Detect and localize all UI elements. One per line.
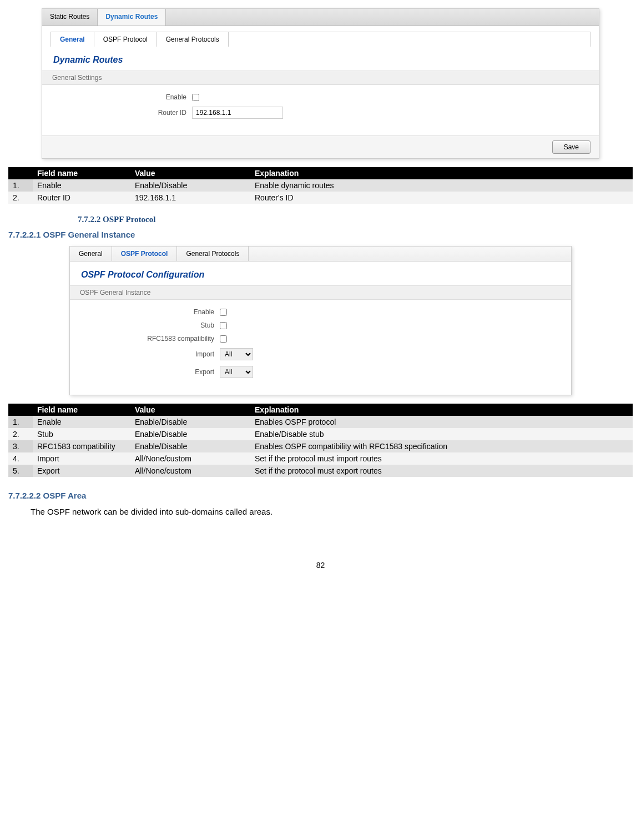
table-row: 2. Stub Enable/Disable Enable/Disable st… (8, 428, 633, 440)
col-num (8, 404, 33, 416)
dynamic-routes-panel: Static Routes Dynamic Routes General OSP… (42, 8, 599, 159)
top-tabs: Static Routes Dynamic Routes (42, 9, 599, 26)
rfc-checkbox[interactable] (220, 335, 227, 343)
enable-checkbox[interactable] (192, 94, 199, 101)
table-row: 4. Import All/None/custom Set if the pro… (8, 452, 633, 465)
subtab2-general[interactable]: General (70, 247, 112, 261)
ospf-enable-label: Enable (81, 308, 220, 316)
heading-ospf-protocol: 7.7.2.2 OSPF Protocol (78, 215, 633, 224)
ospf-config-panel: General OSPF Protocol General Protocols … (69, 246, 572, 395)
sub-tabs-2: General OSPF Protocol General Protocols (70, 247, 571, 261)
table-row: 1. Enable Enable/Disable Enables OSPF pr… (8, 416, 633, 428)
import-label: Import (81, 350, 220, 358)
field-table-1: Field name Value Explanation 1. Enable E… (8, 167, 633, 204)
tab-static-routes[interactable]: Static Routes (42, 9, 98, 26)
import-select[interactable]: All (220, 348, 253, 360)
ospf-area-text: The OSPF network can be divided into sub… (31, 507, 633, 516)
subtab-general-protocols[interactable]: General Protocols (157, 32, 229, 47)
col-value: Value (130, 404, 250, 416)
rfc-label: RFC1583 compatibility (81, 335, 220, 343)
col-field: Field name (33, 167, 130, 179)
sub-tabs: General OSPF Protocol General Protocols (51, 32, 590, 47)
col-expl: Explanation (250, 404, 633, 416)
subtab2-general-protocols[interactable]: General Protocols (177, 247, 249, 261)
panel-title: Dynamic Routes (53, 55, 588, 65)
enable-label: Enable (53, 93, 192, 101)
form-body: Enable Router ID (42, 85, 599, 135)
col-value: Value (130, 167, 250, 179)
save-bar: Save (42, 135, 599, 158)
col-num (8, 167, 33, 179)
save-button[interactable]: Save (552, 140, 590, 154)
heading-ospf-general-instance: 7.7.2.2.1 OSPF General Instance (8, 230, 633, 239)
col-expl: Explanation (250, 167, 633, 179)
tab-dynamic-routes[interactable]: Dynamic Routes (98, 9, 166, 26)
heading-ospf-area: 7.7.2.2.2 OSPF Area (8, 491, 633, 500)
stub-label: Stub (81, 321, 220, 329)
col-field: Field name (33, 404, 130, 416)
subtab2-ospf[interactable]: OSPF Protocol (112, 247, 178, 261)
panel-title-2: OSPF Protocol Configuration (81, 270, 560, 280)
section-header-2: OSPF General Instance (70, 285, 571, 300)
section-header: General Settings (42, 71, 599, 85)
table-row: 3. RFC1583 compatibility Enable/Disable … (8, 440, 633, 452)
router-id-input[interactable] (192, 107, 283, 119)
export-select[interactable]: All (220, 366, 253, 378)
router-id-label: Router ID (53, 109, 192, 117)
subtab-ospf[interactable]: OSPF Protocol (94, 32, 157, 47)
ospf-enable-checkbox[interactable] (220, 309, 227, 316)
page-number: 82 (8, 561, 633, 570)
export-label: Export (81, 368, 220, 376)
subtab-general[interactable]: General (51, 32, 94, 47)
table-row: 2. Router ID 192.168.1.1 Router's ID (8, 192, 633, 204)
field-table-2: Field name Value Explanation 1. Enable E… (8, 404, 633, 477)
table-row: 1. Enable Enable/Disable Enable dynamic … (8, 179, 633, 192)
form-body-2: Enable Stub RFC1583 compatibility Import… (70, 300, 571, 395)
table-row: 5. Export All/None/custom Set if the pro… (8, 465, 633, 477)
stub-checkbox[interactable] (220, 322, 227, 329)
